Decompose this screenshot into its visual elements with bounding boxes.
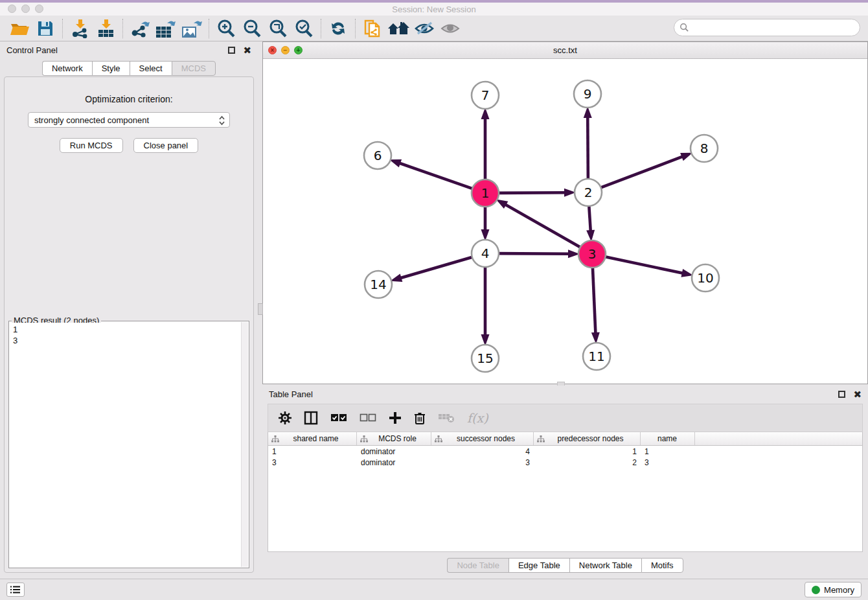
open-folder-icon[interactable]: [6, 17, 32, 40]
tab-network-table[interactable]: Network Table: [569, 558, 641, 573]
close-panel-button[interactable]: Close panel: [133, 138, 199, 153]
function-builder-icon: f(x): [467, 411, 488, 425]
tab-network[interactable]: Network: [42, 61, 92, 76]
cell-mcds-role[interactable]: dominator: [357, 458, 431, 467]
node-label-6: 6: [374, 148, 382, 163]
node-label-8: 8: [700, 141, 709, 156]
gear-icon[interactable]: [279, 411, 291, 424]
mcds-result-box: MCDS result (2 nodes) 1 3: [8, 321, 249, 568]
memory-label: Memory: [824, 585, 854, 595]
column-header-successor-nodes[interactable]: successor nodes: [431, 432, 534, 445]
mcds-result-line: 3: [13, 335, 238, 346]
column-header-mcds-role[interactable]: MCDS role: [357, 432, 431, 445]
network-window-titlebar[interactable]: × − + scc.txt: [263, 42, 867, 59]
refresh-icon[interactable]: [325, 17, 351, 40]
node-label-3: 3: [588, 246, 597, 262]
toolbar-separator: [62, 19, 63, 38]
import-network-icon[interactable]: [67, 17, 93, 40]
cell-predecessor-nodes[interactable]: 1: [534, 447, 641, 456]
tab-style[interactable]: Style: [92, 61, 130, 76]
zoom-out-icon[interactable]: [239, 17, 265, 40]
edge-3-1[interactable]: [505, 204, 582, 248]
cell-name[interactable]: 3: [641, 458, 695, 467]
control-panel-title: Control Panel: [6, 45, 58, 55]
column-header-shared-name[interactable]: shared name: [268, 432, 357, 445]
tab-mcds[interactable]: MCDS: [172, 61, 216, 76]
tab-edge-table[interactable]: Edge Table: [508, 558, 569, 573]
edge-3-11[interactable]: [593, 265, 596, 334]
copy-network-icon[interactable]: [360, 17, 385, 40]
tree-icon: [271, 435, 279, 443]
tree-icon: [435, 435, 442, 443]
network-window-title: scc.txt: [263, 45, 867, 55]
edge-1-2[interactable]: [496, 192, 565, 193]
close-panel-icon[interactable]: ✖: [243, 47, 251, 54]
cell-successor-nodes[interactable]: 4: [431, 447, 534, 456]
select-all-icon[interactable]: [330, 413, 347, 422]
network-graph[interactable]: 7968124314101511: [263, 59, 867, 384]
window-title: Session: New Session: [0, 5, 868, 14]
trash-icon[interactable]: [414, 411, 426, 425]
export-table-icon[interactable]: [153, 17, 179, 40]
tab-node-table[interactable]: Node Table: [447, 558, 508, 573]
tab-select[interactable]: Select: [130, 61, 172, 76]
control-panel: Control Panel ✖ Network Style Select MCD…: [0, 41, 258, 579]
delete-table-icon: [438, 412, 455, 424]
edge-4-3[interactable]: [496, 253, 569, 254]
node-table[interactable]: shared name MCDS role successor nodes pr…: [268, 432, 863, 552]
criterion-selected-value: strongly connected component: [34, 115, 149, 125]
edge-2-9[interactable]: [588, 117, 588, 181]
network-canvas[interactable]: 7968124314101511: [263, 59, 867, 384]
edge-2-8[interactable]: [599, 156, 683, 189]
cell-shared-name[interactable]: 1: [268, 447, 357, 456]
export-network-icon[interactable]: [127, 17, 153, 40]
node-label-10: 10: [697, 270, 713, 286]
zoom-selected-icon[interactable]: [291, 17, 317, 40]
table-row[interactable]: 1 dominator 4 1 1: [268, 446, 862, 457]
float-table-panel-icon[interactable]: [838, 391, 845, 398]
task-history-button[interactable]: [6, 583, 25, 597]
tab-motifs[interactable]: Motifs: [641, 558, 683, 573]
search-field[interactable]: [674, 19, 860, 36]
edge-4-14[interactable]: [400, 257, 475, 278]
node-label-11: 11: [588, 349, 604, 364]
column-header-name[interactable]: name: [641, 432, 695, 445]
close-table-panel-icon[interactable]: ✖: [853, 391, 862, 398]
hide-selected-eye-icon[interactable]: [411, 17, 437, 40]
toolbar-separator: [355, 19, 356, 38]
float-panel-icon[interactable]: [228, 47, 235, 54]
export-image-icon[interactable]: [179, 17, 205, 40]
zoom-in-icon[interactable]: [213, 17, 239, 40]
edge-2-3[interactable]: [589, 203, 591, 231]
edge-arrowhead: [496, 199, 508, 209]
criterion-select[interactable]: strongly connected component: [28, 112, 230, 128]
table-toolbar: f(x): [268, 404, 863, 432]
column-header-predecessor-nodes[interactable]: predecessor nodes: [534, 432, 641, 445]
columns-icon[interactable]: [304, 411, 318, 425]
import-table-icon[interactable]: [93, 17, 119, 40]
add-row-icon[interactable]: [389, 411, 402, 424]
unselect-all-icon[interactable]: [360, 413, 376, 422]
edge-1-6[interactable]: [399, 163, 475, 190]
cell-shared-name[interactable]: 3: [268, 458, 357, 467]
home-networks-icon[interactable]: [385, 17, 411, 40]
node-label-9: 9: [584, 86, 592, 102]
mcds-result-scrollbar[interactable]: [241, 322, 248, 567]
zoom-fit-icon[interactable]: [265, 17, 291, 40]
cell-predecessor-nodes[interactable]: 2: [534, 458, 641, 467]
table-tabbar: Node Table Edge Table Network Table Moti…: [262, 558, 868, 573]
save-icon[interactable]: [32, 17, 58, 40]
show-all-eye-icon[interactable]: [437, 17, 463, 40]
toolbar-separator: [122, 19, 123, 38]
table-row[interactable]: 3 dominator 3 2 3: [268, 457, 862, 468]
run-mcds-button[interactable]: Run MCDS: [60, 138, 123, 153]
cell-name[interactable]: 1: [641, 447, 695, 456]
mcds-result-text[interactable]: 1 3: [10, 323, 240, 566]
search-input[interactable]: [689, 23, 860, 32]
memory-button[interactable]: Memory: [805, 582, 862, 597]
node-label-4: 4: [481, 246, 490, 261]
cell-mcds-role[interactable]: dominator: [357, 447, 431, 456]
cell-successor-nodes[interactable]: 3: [431, 458, 534, 467]
vertical-splitter-handle[interactable]: [258, 303, 263, 315]
edge-3-10[interactable]: [603, 257, 683, 273]
